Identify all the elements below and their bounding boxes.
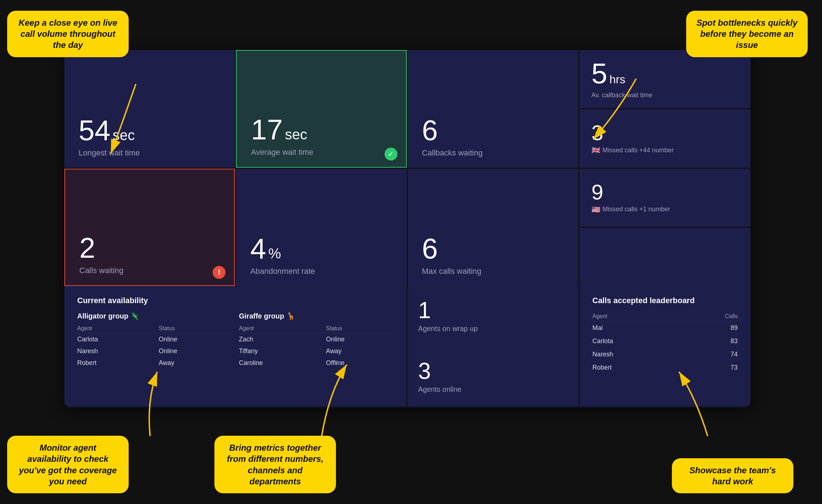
col-status-header: Status — [159, 324, 232, 333]
alligator-group-name: Alligator group 🦎 — [77, 312, 232, 320]
agent-name: Naresh — [77, 345, 159, 357]
av-callback-unit: hrs — [609, 74, 625, 85]
agent-name: Robert — [77, 357, 159, 369]
max-calls-card: 6 Max calls waiting — [408, 169, 578, 286]
leaderboard-col-calls: Calls — [683, 312, 738, 321]
leaderboard-agent-calls: 89 — [683, 321, 738, 335]
callout-bottom-right: Showcase the team's hard work — [672, 458, 793, 493]
green-check-icon: ✓ — [385, 148, 397, 160]
callout-bottom-left: Monitor agent availability to check you'… — [7, 436, 129, 493]
footer: Z Zendesk Talk dashboard Powered by Geck… — [64, 406, 751, 407]
agents-online-card: 3 Agents online — [407, 347, 579, 406]
alligator-group: Alligator group 🦎 Agent Status CarlotaOn… — [77, 312, 232, 369]
list-item: RobertAway — [77, 357, 232, 369]
alligator-emoji: 🦎 — [130, 312, 139, 320]
max-calls-value: 6 — [422, 234, 564, 263]
right-stats-column: 5hrs Av. callback wait time 3 🇬🇧 Missed … — [579, 50, 751, 286]
calls-waiting-card: 2 Calls waiting ! — [64, 169, 235, 286]
missed-44-number: 3 — [591, 122, 738, 144]
abandonment-card: 4% Abandonment rate — [236, 169, 406, 286]
table-row: Carlota83 — [593, 335, 738, 348]
av-callback-value: 5hrs — [591, 59, 738, 88]
list-item: NareshOnline — [77, 345, 232, 357]
giraffe-group: Giraffe group 🦒 Agent Status ZachOnlineT… — [239, 312, 394, 369]
agents-wrap-value: 1 — [418, 299, 568, 322]
missed-1-label-text: Missed calls +1 number — [603, 206, 670, 213]
agent-status: Offline — [326, 357, 393, 369]
availability-card: Current availability Alligator group 🦎 A… — [64, 286, 406, 406]
leaderboard-agent-calls: 83 — [683, 335, 738, 348]
calls-waiting-number: 2 — [79, 234, 95, 262]
agents-online-value: 3 — [418, 360, 568, 382]
longest-wait-value: 54sec — [79, 116, 221, 145]
giraffe-emoji: 🦒 — [286, 312, 295, 320]
calls-waiting-label: Calls waiting — [79, 266, 220, 275]
right-filler-card — [579, 228, 751, 286]
avg-wait-unit: sec — [285, 127, 307, 142]
longest-wait-card: 54sec Longest wait time — [64, 50, 235, 168]
availability-title: Current availability — [77, 296, 393, 305]
bottom-section: Current availability Alligator group 🦎 A… — [64, 286, 751, 406]
agent-name: Caroline — [239, 357, 326, 369]
callbacks-card: 6 Callbacks waiting — [408, 50, 578, 168]
calls-waiting-value: 2 — [79, 234, 220, 262]
agent-status: Away — [326, 345, 393, 357]
table-row: Robert73 — [593, 361, 738, 374]
missed-44-label-text: Missed calls +44 number — [603, 147, 674, 154]
dashboard: 54sec Longest wait time 17sec Average wa… — [64, 50, 751, 407]
giraffe-agent-table: Agent Status ZachOnlineTiffanyAwayCaroli… — [239, 324, 394, 369]
max-calls-label: Max calls waiting — [422, 267, 564, 276]
av-callback-card: 5hrs Av. callback wait time — [579, 50, 751, 108]
agents-online-label: Agents online — [418, 385, 568, 394]
longest-wait-unit: sec — [113, 128, 135, 142]
leaderboard-agent-name: Robert — [593, 361, 683, 374]
avg-wait-value: 17sec — [251, 115, 391, 144]
avg-wait-card: 17sec Average wait time ✓ — [236, 50, 406, 168]
missed-44-card: 3 🇬🇧 Missed calls +44 number — [579, 109, 751, 168]
agent-name: Carlota — [77, 333, 159, 346]
agent-name: Zach — [239, 333, 326, 346]
metrics-grid: 54sec Longest wait time 17sec Average wa… — [64, 50, 578, 286]
callbacks-label: Callbacks waiting — [422, 148, 564, 158]
col-status-header-g: Status — [326, 324, 393, 333]
callout-bottom-middle: Bring metrics together from different nu… — [214, 436, 336, 493]
abandonment-value: 4% — [250, 234, 392, 263]
us-flag-icon: 🇺🇸 — [591, 205, 600, 214]
missed-1-card: 9 🇺🇸 Missed calls +1 number — [579, 169, 751, 227]
avg-wait-label: Average wait time — [251, 148, 391, 157]
leaderboard-agent-name: Naresh — [593, 348, 683, 361]
leaderboard-col-agent: Agent — [593, 312, 683, 321]
alligator-agent-table: Agent Status CarlotaOnlineNareshOnlineRo… — [77, 324, 232, 369]
red-alert-icon: ! — [213, 266, 226, 279]
callout-top-right: Spot bottlenecks quickly before they bec… — [686, 11, 808, 57]
av-callback-number: 5 — [591, 59, 608, 88]
list-item: CarlotaOnline — [77, 333, 232, 346]
longest-wait-number: 54 — [79, 116, 110, 145]
abandonment-unit: % — [268, 246, 281, 261]
longest-wait-label: Longest wait time — [79, 148, 221, 158]
leaderboard-agent-calls: 73 — [683, 361, 738, 374]
leaderboard-card: Calls accepted leaderboard Agent Calls M… — [580, 286, 751, 406]
list-item: TiffanyAway — [239, 345, 394, 357]
giraffe-group-name: Giraffe group 🦒 — [239, 312, 394, 320]
missed-1-label: 🇺🇸 Missed calls +1 number — [591, 205, 738, 214]
table-row: Naresh74 — [593, 348, 738, 361]
max-calls-number: 6 — [422, 234, 438, 263]
leaderboard-title: Calls accepted leaderboard — [593, 296, 738, 305]
agent-name: Tiffany — [239, 345, 326, 357]
wrap-online-section: 1 Agents on wrap up 3 Agents online — [407, 286, 579, 406]
list-item: ZachOnline — [239, 333, 394, 346]
abandonment-number: 4 — [250, 234, 266, 263]
agent-status: Online — [159, 333, 232, 346]
leaderboard-agent-calls: 74 — [683, 348, 738, 361]
leaderboard-agent-name: Carlota — [593, 335, 683, 348]
agent-groups: Alligator group 🦎 Agent Status CarlotaOn… — [77, 312, 393, 369]
table-row: Mai89 — [593, 321, 738, 335]
avg-wait-number: 17 — [251, 115, 283, 144]
callout-top-left: Keep a close eye on live call volume thr… — [7, 11, 129, 57]
agent-status: Online — [159, 345, 232, 357]
list-item: CarolineOffline — [239, 357, 394, 369]
uk-flag-icon: 🇬🇧 — [591, 146, 600, 154]
col-agent-header: Agent — [77, 324, 159, 333]
callbacks-value: 6 — [422, 116, 564, 145]
